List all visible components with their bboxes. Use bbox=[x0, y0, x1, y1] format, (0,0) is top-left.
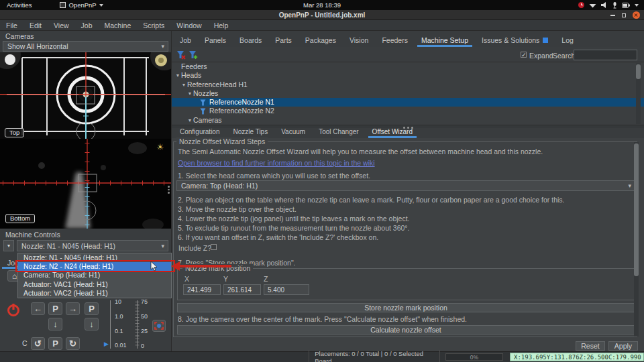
wifi-icon bbox=[589, 2, 596, 8]
park-label: P bbox=[89, 304, 95, 314]
tab-boards[interactable]: Boards bbox=[233, 34, 268, 47]
power-button[interactable] bbox=[5, 302, 21, 318]
tab-nozzle-tips[interactable]: Nozzle Tips bbox=[226, 126, 274, 138]
system-clock[interactable]: Mar 28 18:39 bbox=[0, 1, 644, 9]
tab-vacuum[interactable]: Vacuum bbox=[274, 126, 312, 138]
menu-job[interactable]: Job bbox=[75, 21, 99, 29]
park-c-button[interactable]: P bbox=[48, 337, 62, 350]
increment-slider-track[interactable] bbox=[110, 300, 111, 349]
tree-scrollbar-thumb[interactable] bbox=[636, 64, 641, 79]
tab-offset-wizard[interactable]: Offset Wizard bbox=[366, 126, 419, 138]
increment-10[interactable]: 10 bbox=[115, 298, 121, 305]
z-position-field[interactable]: 5.400 bbox=[264, 284, 309, 295]
rotate-cw-button[interactable]: ↻ bbox=[66, 337, 80, 350]
tab-log[interactable]: Log bbox=[555, 34, 580, 47]
tree-item-nozzles[interactable]: ▼ Nozzles bbox=[172, 89, 644, 98]
y-position-field[interactable]: 261.614 bbox=[223, 284, 261, 295]
wizard-scrollbar[interactable] bbox=[634, 142, 639, 337]
camera-view-selector[interactable]: Show All Horizontal ▾ bbox=[3, 41, 168, 52]
maximize-button[interactable] bbox=[622, 13, 626, 17]
wizard-scrollbar-thumb[interactable] bbox=[634, 143, 639, 276]
tab-configuration[interactable]: Configuration bbox=[173, 126, 226, 138]
wizard-camera-selector-value: Camera: Top (Head: H1) bbox=[177, 182, 628, 190]
config-tab-bar: Configuration Nozzle Tips Vacuum Tool Ch… bbox=[173, 128, 419, 138]
wizard-wiki-link[interactable]: Open browser to find further information… bbox=[178, 159, 375, 167]
tree-item-cameras[interactable]: ▼ Cameras bbox=[172, 116, 644, 125]
increment-0-01[interactable]: 0.01 bbox=[115, 342, 127, 349]
rotate-ccw-button[interactable]: ↺ bbox=[31, 337, 45, 350]
window-title-bar[interactable]: OpenPnP - Untitled.job.xml bbox=[0, 10, 644, 20]
tab-parts[interactable]: Parts bbox=[268, 34, 299, 47]
arrow-down-icon: ↓ bbox=[89, 319, 94, 329]
battery-icon bbox=[622, 3, 630, 8]
head-mountable-selector[interactable]: Nozzle: N1 - N045 (Head: H1) ▾ bbox=[17, 240, 168, 251]
collapse-arrow-icon[interactable]: ▼ bbox=[180, 80, 187, 89]
wizard-step-2: 2. Place an object on the table where th… bbox=[178, 196, 564, 204]
expand-checkbox[interactable]: ✓ bbox=[521, 52, 527, 58]
rotation-axis-label: C bbox=[22, 339, 28, 347]
arrow-down-icon: ↓ bbox=[53, 319, 58, 329]
dropdown-item-actuator-vac1[interactable]: Actuator: VAC1 (Head: H1) bbox=[18, 280, 171, 289]
search-input[interactable] bbox=[574, 50, 637, 60]
bottom-camera-view[interactable]: ☀ Bottom bbox=[0, 139, 171, 229]
system-tray[interactable] bbox=[578, 0, 639, 10]
controls-collapse-button[interactable]: ▾ bbox=[3, 240, 14, 251]
tab-vision[interactable]: Vision bbox=[343, 34, 375, 47]
jog-x-minus-button[interactable]: ← bbox=[31, 302, 45, 315]
wizard-step-4: 4. Lower the nozzle tip (jog panel) unti… bbox=[178, 215, 410, 223]
remove-nozzle-icon[interactable] bbox=[176, 50, 186, 60]
increment-slider-pointer[interactable]: ▶ bbox=[104, 341, 109, 347]
dro-c: C:179.990 bbox=[608, 354, 641, 361]
menu-scripts[interactable]: Scripts bbox=[137, 21, 170, 29]
tree-item-reference-nozzle-n2[interactable]: ReferenceNozzle N2 bbox=[172, 107, 644, 115]
reset-button[interactable]: Reset bbox=[576, 341, 605, 351]
collapse-arrow-icon[interactable]: ▼ bbox=[174, 71, 181, 80]
tree-item-reference-nozzle-n1[interactable]: ReferenceNozzle N1 bbox=[172, 98, 644, 107]
tab-job[interactable]: Job bbox=[173, 34, 198, 47]
park-xy-button[interactable]: P bbox=[48, 302, 62, 315]
jog-y-minus-button[interactable]: ↓ bbox=[48, 318, 62, 330]
increment-1[interactable]: 1.0 bbox=[115, 313, 123, 320]
tab-panels[interactable]: Panels bbox=[198, 34, 233, 47]
tree-item-heads[interactable]: ▼ Heads bbox=[172, 71, 644, 80]
tree-scrollbar[interactable] bbox=[636, 63, 641, 124]
menu-edit[interactable]: Edit bbox=[23, 21, 48, 29]
menu-help[interactable]: Help bbox=[208, 21, 235, 29]
jog-x-plus-button[interactable]: → bbox=[66, 302, 80, 315]
tab-tool-changer[interactable]: Tool Changer bbox=[312, 126, 365, 138]
wizard-camera-selector[interactable]: Camera: Top (Head: H1) ▾ bbox=[176, 180, 635, 191]
park-z-button[interactable]: P bbox=[85, 302, 99, 315]
mouse-cursor bbox=[150, 261, 158, 272]
placements-status: Placements: 0 / 0 Total | 0 / 0 Selected… bbox=[309, 350, 440, 362]
dropdown-item-actuator-vac2[interactable]: Actuator: VAC2 (Head: H1) bbox=[18, 289, 171, 298]
jog-z-down-button[interactable]: ↓ bbox=[85, 318, 99, 330]
brightness-sun-icon[interactable]: ☀ bbox=[156, 142, 164, 152]
collapse-arrow-icon[interactable]: ▼ bbox=[186, 89, 193, 98]
tab-machine-setup[interactable]: Machine Setup bbox=[415, 34, 475, 47]
minimize-button[interactable] bbox=[610, 15, 615, 16]
menu-machine[interactable]: Machine bbox=[99, 21, 138, 29]
menu-file[interactable]: File bbox=[0, 21, 23, 29]
tree-item-feeders[interactable]: Feeders bbox=[172, 62, 644, 71]
dro-y: Y:131.876 bbox=[547, 354, 580, 361]
add-nozzle-icon[interactable] bbox=[189, 50, 198, 60]
position-camera-button[interactable] bbox=[152, 320, 166, 332]
calculate-offset-button[interactable]: Calculate nozzle offset bbox=[177, 325, 635, 335]
include-z-checkbox[interactable] bbox=[211, 244, 217, 250]
apply-button[interactable]: Apply bbox=[608, 341, 638, 351]
menu-window[interactable]: Window bbox=[170, 21, 207, 29]
dropdown-item-camera-top[interactable]: Camera: Top (Head: H1) bbox=[18, 271, 171, 280]
close-button[interactable] bbox=[633, 11, 640, 19]
increment-0-1[interactable]: 0.1 bbox=[115, 328, 123, 335]
tab-packages[interactable]: Packages bbox=[299, 34, 343, 47]
dro-x: X:193.695 bbox=[514, 354, 547, 361]
tab-feeders[interactable]: Feeders bbox=[375, 34, 415, 47]
store-mark-position-button[interactable]: Store nozzle mark position bbox=[177, 303, 635, 312]
tree-item-reference-head[interactable]: ▼ ReferenceHead H1 bbox=[172, 80, 644, 89]
x-position-field[interactable]: 241.499 bbox=[183, 284, 221, 295]
menu-view[interactable]: View bbox=[48, 21, 75, 29]
tab-issues-solutions[interactable]: Issues & Solutions bbox=[475, 34, 555, 47]
panel-splitter-handle[interactable] bbox=[168, 186, 170, 194]
collapse-arrow-icon[interactable]: ▼ bbox=[186, 116, 193, 125]
top-camera-view[interactable]: Top bbox=[0, 52, 171, 139]
